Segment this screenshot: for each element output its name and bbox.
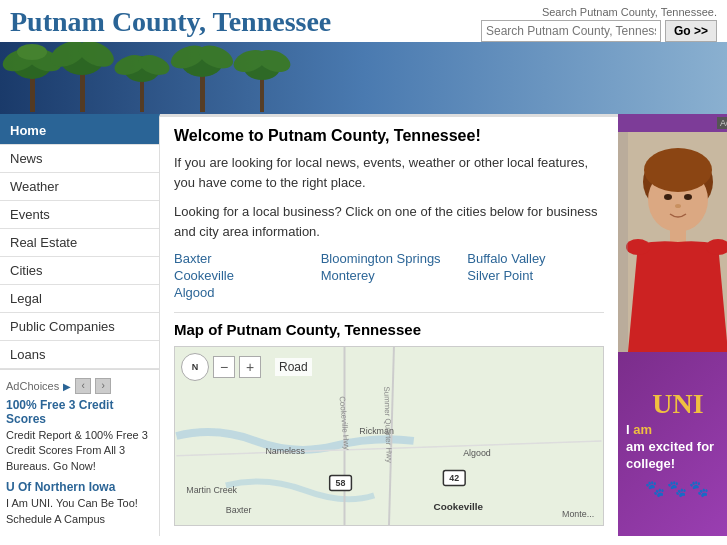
search-row: Go >>: [481, 20, 717, 42]
ad-prev-button[interactable]: ‹: [75, 378, 91, 394]
main-content: Welcome to Putnam County, Tennessee! If …: [160, 114, 618, 536]
svg-text:Baxter: Baxter: [226, 505, 252, 515]
search-area: Search Putnam County, Tennessee. Go >>: [481, 6, 717, 42]
map-title: Map of Putnam County, Tennessee: [174, 312, 604, 338]
right-ad-top-bar: Ad: [618, 114, 727, 132]
sidebar-item-events[interactable]: Events: [0, 201, 159, 229]
svg-point-44: [684, 194, 692, 200]
sidebar-item-realestate[interactable]: Real Estate: [0, 229, 159, 257]
search-button[interactable]: Go >>: [665, 20, 717, 42]
city-link-silverpoint[interactable]: Silver Point: [467, 268, 604, 283]
svg-point-45: [675, 204, 681, 208]
paw-prints: 🐾🐾🐾: [645, 479, 711, 498]
svg-text:Cookeville: Cookeville: [434, 501, 484, 512]
search-input[interactable]: [481, 20, 661, 42]
site-title: Putnam County, Tennessee: [10, 6, 331, 38]
right-ad-badge: Ad: [717, 117, 727, 129]
city-link-buffalo[interactable]: Buffalo Valley: [467, 251, 604, 266]
city-link-monterey[interactable]: Monterey: [321, 268, 458, 283]
map-compass: N: [181, 353, 209, 381]
sidebar-item-weather[interactable]: Weather: [0, 173, 159, 201]
sidebar-item-home[interactable]: Home: [0, 117, 159, 145]
ad-text-credit: Credit Report & 100% Free 3 Credit Score…: [6, 428, 153, 474]
svg-text:Martin Creek: Martin Creek: [186, 485, 237, 495]
ad-choices-icon: ▶: [63, 381, 71, 392]
ad-choices-label: AdChoices ▶ ‹ ›: [6, 378, 153, 394]
svg-text:58: 58: [336, 478, 346, 488]
sidebar-item-cities[interactable]: Cities: [0, 257, 159, 285]
svg-text:42: 42: [449, 473, 459, 483]
welcome-text1: If you are looking for local news, event…: [174, 153, 604, 192]
sidebar: Home News Weather Events Real Estate Cit…: [0, 114, 160, 536]
right-ad-banner: Ad: [618, 114, 727, 536]
banner-image: [0, 42, 727, 114]
page-header: Putnam County, Tennessee Search Putnam C…: [0, 0, 727, 42]
svg-point-43: [664, 194, 672, 200]
svg-point-47: [626, 239, 650, 255]
right-ad-bottom[interactable]: UNI I am am excited for college! 🐾🐾🐾: [618, 352, 727, 536]
banner-trees: [0, 42, 727, 114]
sidebar-item-loans[interactable]: Loans: [0, 341, 159, 369]
city-link-cookeville[interactable]: Cookeville: [174, 268, 311, 283]
svg-text:Nameless: Nameless: [265, 446, 305, 456]
sidebar-item-news[interactable]: News: [0, 145, 159, 173]
ad-text-uni: I Am UNI. You Can Be Too! Schedule A Cam…: [6, 496, 153, 527]
svg-point-42: [644, 148, 712, 192]
map-road-label: Road: [275, 358, 312, 376]
welcome-text2: Looking for a local business? Click on o…: [174, 202, 604, 241]
svg-text:Monte...: Monte...: [562, 509, 594, 519]
map-zoom-out-button[interactable]: −: [213, 356, 235, 378]
svg-point-5: [17, 44, 47, 60]
right-ad-photo: [618, 132, 727, 352]
ad-link-credit[interactable]: 100% Free 3 Credit Scores: [6, 398, 153, 426]
uni-logo: UNI: [652, 390, 703, 418]
city-link-algood[interactable]: Algood: [174, 285, 311, 300]
cities-grid: Baxter Bloomington Springs Buffalo Valle…: [174, 251, 604, 300]
uni-tagline: I am am excited for college!: [626, 422, 727, 473]
map-toolbar: N − + Road: [181, 353, 312, 381]
ad-next-button[interactable]: ›: [95, 378, 111, 394]
person-illustration: [618, 132, 727, 352]
uni-tagline-text: am excited for college!: [626, 439, 714, 471]
search-label: Search Putnam County, Tennessee.: [542, 6, 717, 18]
map-container[interactable]: 58 42 Nameless Rickman Martin Creek Baxt…: [174, 346, 604, 526]
city-link-bloomington[interactable]: Bloomington Springs: [321, 251, 458, 266]
uni-logo-text: UNI: [652, 388, 703, 419]
map-zoom-in-button[interactable]: +: [239, 356, 261, 378]
main-layout: Home News Weather Events Real Estate Cit…: [0, 114, 727, 536]
city-link-baxter[interactable]: Baxter: [174, 251, 311, 266]
sidebar-item-legal[interactable]: Legal: [0, 285, 159, 313]
svg-rect-49: [618, 132, 628, 352]
svg-text:Algood: Algood: [463, 448, 491, 458]
welcome-title: Welcome to Putnam County, Tennessee!: [174, 127, 604, 145]
ad-link-uni[interactable]: U Of Northern Iowa: [6, 480, 153, 494]
ad-section: AdChoices ▶ ‹ › 100% Free 3 Credit Score…: [0, 369, 159, 535]
sidebar-item-publiccompanies[interactable]: Public Companies: [0, 313, 159, 341]
